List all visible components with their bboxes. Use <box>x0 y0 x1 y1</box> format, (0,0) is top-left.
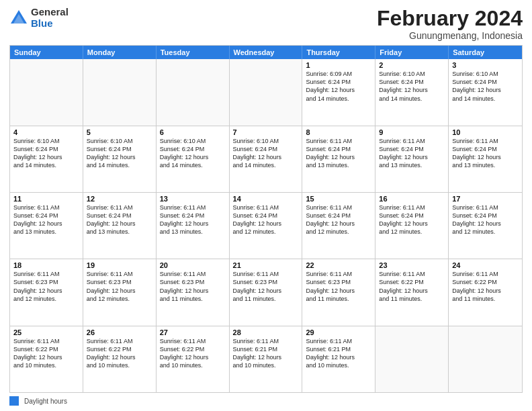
day-number: 1 <box>306 61 371 69</box>
day-number: 21 <box>233 261 299 269</box>
calendar-header-cell: Friday <box>375 46 449 59</box>
day-info: Sunrise: 6:11 AM Sunset: 6:24 PM Dayligh… <box>87 203 152 236</box>
day-number: 15 <box>306 195 371 203</box>
day-number: 27 <box>160 328 226 336</box>
day-info: Sunrise: 6:10 AM Sunset: 6:24 PM Dayligh… <box>452 70 519 103</box>
logo-text: General Blue <box>31 7 69 29</box>
calendar-cell: 21Sunrise: 6:11 AM Sunset: 6:23 PM Dayli… <box>230 259 303 325</box>
calendar-cell: 7Sunrise: 6:10 AM Sunset: 6:24 PM Daylig… <box>230 126 303 192</box>
day-info: Sunrise: 6:10 AM Sunset: 6:24 PM Dayligh… <box>160 137 226 170</box>
calendar-row: 4Sunrise: 6:10 AM Sunset: 6:24 PM Daylig… <box>10 126 522 193</box>
day-number: 5 <box>87 128 152 136</box>
day-info: Sunrise: 6:11 AM Sunset: 6:22 PM Dayligh… <box>13 337 79 370</box>
day-number: 11 <box>13 195 79 203</box>
calendar-cell: 25Sunrise: 6:11 AM Sunset: 6:22 PM Dayli… <box>10 326 83 392</box>
day-number: 18 <box>13 261 79 269</box>
day-number: 7 <box>233 128 299 136</box>
calendar-cell: 29Sunrise: 6:11 AM Sunset: 6:21 PM Dayli… <box>302 326 375 392</box>
logo-icon <box>9 9 28 28</box>
day-number: 13 <box>160 195 226 203</box>
footer: Daylight hours <box>9 396 523 406</box>
day-number: 14 <box>233 195 299 203</box>
day-number: 26 <box>87 328 152 336</box>
calendar-cell: 22Sunrise: 6:11 AM Sunset: 6:23 PM Dayli… <box>302 259 375 325</box>
day-info: Sunrise: 6:10 AM Sunset: 6:24 PM Dayligh… <box>13 137 79 170</box>
day-number: 20 <box>160 261 226 269</box>
calendar-cell: 2Sunrise: 6:10 AM Sunset: 6:24 PM Daylig… <box>375 59 449 125</box>
day-number: 8 <box>306 128 371 136</box>
day-info: Sunrise: 6:11 AM Sunset: 6:23 PM Dayligh… <box>233 270 299 303</box>
day-number: 19 <box>87 261 152 269</box>
calendar-cell <box>10 59 83 125</box>
calendar-header-cell: Wednesday <box>230 46 303 59</box>
page: General Blue February 2024 Gunungmenang,… <box>0 0 532 411</box>
logo: General Blue <box>9 7 69 29</box>
calendar-row: 1Sunrise: 6:09 AM Sunset: 6:24 PM Daylig… <box>10 59 522 126</box>
calendar-header-cell: Monday <box>83 46 157 59</box>
calendar-cell: 4Sunrise: 6:10 AM Sunset: 6:24 PM Daylig… <box>10 126 83 192</box>
legend-box <box>9 396 19 406</box>
day-number: 17 <box>452 195 519 203</box>
calendar-cell: 16Sunrise: 6:11 AM Sunset: 6:24 PM Dayli… <box>375 193 449 259</box>
day-info: Sunrise: 6:11 AM Sunset: 6:23 PM Dayligh… <box>160 270 226 303</box>
calendar-body: 1Sunrise: 6:09 AM Sunset: 6:24 PM Daylig… <box>10 59 522 392</box>
day-number: 16 <box>379 195 445 203</box>
day-number: 2 <box>379 61 445 69</box>
day-info: Sunrise: 6:11 AM Sunset: 6:23 PM Dayligh… <box>13 270 79 303</box>
calendar-cell: 26Sunrise: 6:11 AM Sunset: 6:22 PM Dayli… <box>83 326 157 392</box>
calendar-header-cell: Thursday <box>302 46 375 59</box>
day-info: Sunrise: 6:11 AM Sunset: 6:21 PM Dayligh… <box>306 337 371 370</box>
calendar-cell: 14Sunrise: 6:11 AM Sunset: 6:24 PM Dayli… <box>230 193 303 259</box>
day-number: 24 <box>452 261 519 269</box>
day-info: Sunrise: 6:10 AM Sunset: 6:24 PM Dayligh… <box>379 70 445 103</box>
day-number: 3 <box>452 61 519 69</box>
calendar-cell: 12Sunrise: 6:11 AM Sunset: 6:24 PM Dayli… <box>83 193 157 259</box>
calendar-cell <box>157 59 230 125</box>
day-info: Sunrise: 6:11 AM Sunset: 6:24 PM Dayligh… <box>233 203 299 236</box>
location-subtitle: Gunungmenang, Indonesia <box>377 30 523 41</box>
calendar-header-cell: Saturday <box>449 46 522 59</box>
day-number: 6 <box>160 128 226 136</box>
day-number: 29 <box>306 328 371 336</box>
day-info: Sunrise: 6:11 AM Sunset: 6:22 PM Dayligh… <box>160 337 226 370</box>
day-info: Sunrise: 6:11 AM Sunset: 6:24 PM Dayligh… <box>160 203 226 236</box>
day-number: 25 <box>13 328 79 336</box>
calendar-cell: 20Sunrise: 6:11 AM Sunset: 6:23 PM Dayli… <box>157 259 230 325</box>
day-info: Sunrise: 6:10 AM Sunset: 6:24 PM Dayligh… <box>233 137 299 170</box>
day-number: 23 <box>379 261 445 269</box>
day-info: Sunrise: 6:09 AM Sunset: 6:24 PM Dayligh… <box>306 70 371 103</box>
day-info: Sunrise: 6:10 AM Sunset: 6:24 PM Dayligh… <box>87 137 152 170</box>
day-info: Sunrise: 6:11 AM Sunset: 6:24 PM Dayligh… <box>306 203 371 236</box>
calendar-cell: 15Sunrise: 6:11 AM Sunset: 6:24 PM Dayli… <box>302 193 375 259</box>
calendar-cell: 1Sunrise: 6:09 AM Sunset: 6:24 PM Daylig… <box>302 59 375 125</box>
calendar-cell: 19Sunrise: 6:11 AM Sunset: 6:23 PM Dayli… <box>83 259 157 325</box>
header: General Blue February 2024 Gunungmenang,… <box>9 7 523 41</box>
calendar-cell: 28Sunrise: 6:11 AM Sunset: 6:21 PM Dayli… <box>230 326 303 392</box>
calendar-cell <box>83 59 157 125</box>
title-block: February 2024 Gunungmenang, Indonesia <box>377 7 523 41</box>
day-info: Sunrise: 6:11 AM Sunset: 6:24 PM Dayligh… <box>13 203 79 236</box>
calendar-cell <box>449 326 522 392</box>
logo-general: General <box>31 7 69 18</box>
day-info: Sunrise: 6:11 AM Sunset: 6:24 PM Dayligh… <box>379 203 445 236</box>
day-number: 12 <box>87 195 152 203</box>
day-info: Sunrise: 6:11 AM Sunset: 6:24 PM Dayligh… <box>452 203 519 236</box>
calendar-cell <box>230 59 303 125</box>
calendar-header: SundayMondayTuesdayWednesdayThursdayFrid… <box>10 46 522 59</box>
calendar-cell: 6Sunrise: 6:10 AM Sunset: 6:24 PM Daylig… <box>157 126 230 192</box>
calendar-cell: 17Sunrise: 6:11 AM Sunset: 6:24 PM Dayli… <box>449 193 522 259</box>
day-info: Sunrise: 6:11 AM Sunset: 6:23 PM Dayligh… <box>306 270 371 303</box>
calendar-header-cell: Tuesday <box>157 46 230 59</box>
calendar-cell: 23Sunrise: 6:11 AM Sunset: 6:22 PM Dayli… <box>375 259 449 325</box>
day-info: Sunrise: 6:11 AM Sunset: 6:24 PM Dayligh… <box>306 137 371 170</box>
day-info: Sunrise: 6:11 AM Sunset: 6:23 PM Dayligh… <box>87 270 152 303</box>
day-info: Sunrise: 6:11 AM Sunset: 6:22 PM Dayligh… <box>452 270 519 303</box>
calendar-cell: 3Sunrise: 6:10 AM Sunset: 6:24 PM Daylig… <box>449 59 522 125</box>
calendar-cell: 27Sunrise: 6:11 AM Sunset: 6:22 PM Dayli… <box>157 326 230 392</box>
calendar-cell: 5Sunrise: 6:10 AM Sunset: 6:24 PM Daylig… <box>83 126 157 192</box>
day-number: 9 <box>379 128 445 136</box>
day-info: Sunrise: 6:11 AM Sunset: 6:24 PM Dayligh… <box>379 137 445 170</box>
day-number: 28 <box>233 328 299 336</box>
calendar-cell: 11Sunrise: 6:11 AM Sunset: 6:24 PM Dayli… <box>10 193 83 259</box>
calendar-row: 11Sunrise: 6:11 AM Sunset: 6:24 PM Dayli… <box>10 193 522 259</box>
